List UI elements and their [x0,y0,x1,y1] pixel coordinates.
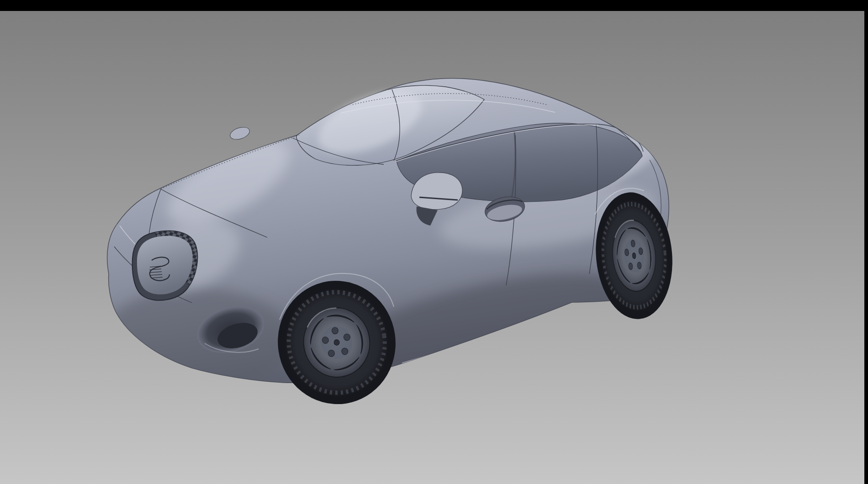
top-letterbox-bar [0,0,868,11]
car-model[interactable] [101,79,677,412]
cad-viewport[interactable] [0,11,864,484]
cowl-antenna-bump[interactable] [228,125,251,142]
car-model-render[interactable] [0,11,864,484]
app-window [0,0,868,484]
right-letterbox-bar [864,0,868,484]
